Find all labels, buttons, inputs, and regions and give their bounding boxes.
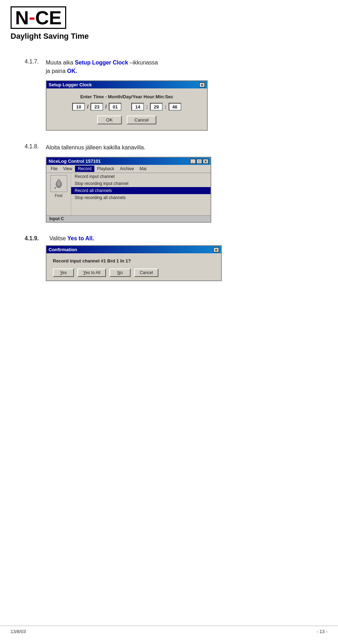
confirmation-no-button[interactable]: No	[109, 268, 131, 277]
setup-clock-title: Setup Logger Clock	[49, 82, 92, 87]
menu-view[interactable]: View	[60, 166, 75, 172]
confirmation-yes-to-all-button[interactable]: Yes to All	[77, 268, 106, 277]
section-419: 4.1.9. Valitse Yes to All. Confirmation …	[25, 235, 313, 281]
setup-clock-sec[interactable]: 46	[169, 103, 181, 111]
setup-clock-day[interactable]: 23	[90, 103, 103, 111]
setup-clock-min[interactable]: 29	[150, 103, 163, 111]
menu-record[interactable]: Record	[75, 166, 94, 172]
menu-file[interactable]: File	[48, 166, 60, 172]
toolbar-find-label: Find	[55, 193, 62, 198]
setup-clock-label: Enter Time - Month/Day/Year Hour:Min:Sec	[54, 94, 200, 99]
nicelog-titlebar: NiceLog Control 157101 _ □ ×	[46, 157, 211, 165]
nicelog-content: Find Record input channel Stop recording…	[46, 173, 211, 215]
nicelog-menubar: File View Record Playback Archive Mai	[46, 165, 211, 173]
dropdown-stop-recording-input[interactable]: Stop recording input channel	[71, 180, 211, 187]
sep4: :	[165, 104, 167, 110]
confirmation-body: Record input channel #1 Brd 1 In 1? Yes …	[46, 253, 221, 280]
section-418-text: Aloita tallennus jälleen kaikilla kanavi…	[46, 143, 145, 152]
logo-n: N	[15, 8, 29, 27]
setup-clock-close-button[interactable]: ×	[199, 82, 205, 87]
setup-clock-ok-button[interactable]: OK	[97, 116, 122, 124]
page-header: N - CE Daylight Saving Time	[0, 0, 338, 44]
section-417-highlight: Setup Logger Clock	[75, 60, 128, 66]
menu-archive[interactable]: Archive	[117, 166, 137, 172]
section-419-before: Valitse	[49, 235, 67, 241]
section-419-header: 4.1.9. Valitse Yes to All.	[25, 235, 313, 242]
toolbar-icon	[50, 175, 67, 192]
confirmation-title: Confirmation	[49, 247, 77, 252]
sep3: :	[146, 104, 148, 110]
main-content: 4.1.7. Muuta aika Setup Logger Clock –ik…	[0, 44, 338, 315]
page-footer: 13/8/03 - 13 -	[0, 626, 338, 637]
sep2: /	[105, 104, 107, 110]
confirmation-titlebar: Confirmation ×	[46, 246, 221, 253]
nicelog-maximize[interactable]: □	[196, 159, 202, 164]
nicelog-close[interactable]: ×	[203, 159, 208, 164]
nicelog-control-dialog: NiceLog Control 157101 _ □ × File View R…	[46, 157, 211, 223]
setup-clock-year[interactable]: 01	[109, 103, 121, 111]
section-417-ok: OK.	[67, 68, 77, 74]
logo-container: N - CE	[11, 6, 327, 29]
setup-clock-buttons: OK Cancel	[54, 116, 200, 124]
section-418-header: 4.1.8. Aloita tallennus jälleen kaikilla…	[25, 143, 313, 152]
svg-point-2	[58, 179, 60, 181]
setup-clock-hour[interactable]: 14	[131, 103, 144, 111]
nicelog-toolbar: Find	[46, 173, 71, 215]
confirmation-question: Record input channel #1 Brd 1 In 1?	[53, 258, 215, 264]
setup-clock-month[interactable]: 10	[72, 103, 85, 111]
confirmation-dialog: Confirmation × Record input channel #1 B…	[46, 245, 222, 281]
confirmation-close-button[interactable]: ×	[213, 247, 219, 252]
section-417-number: 4.1.7.	[25, 58, 46, 65]
confirmation-buttons: Yes Yes to All No Cancel	[53, 268, 215, 277]
confirmation-yes-button[interactable]: Yes	[53, 268, 74, 277]
nicelog-bottom-label: Input C	[49, 216, 64, 221]
section-419-highlight: Yes to All.	[67, 235, 94, 241]
section-417-text-before: Muuta aika	[46, 60, 75, 66]
footer-date: 13/8/03	[11, 629, 26, 634]
dropdown-record-all[interactable]: Record all channels	[71, 187, 211, 194]
footer-page: - 13 -	[317, 629, 327, 634]
dropdown-record-input[interactable]: Record input channel	[71, 173, 211, 180]
section-419-number: 4.1.9.	[25, 235, 46, 242]
sep1: /	[87, 104, 88, 110]
confirmation-cancel-button[interactable]: Cancel	[134, 268, 158, 277]
nicelog-title: NiceLog Control 157101	[49, 159, 101, 164]
section-417: 4.1.7. Muuta aika Setup Logger Clock –ik…	[25, 58, 313, 131]
section-418: 4.1.8. Aloita tallennus jälleen kaikilla…	[25, 143, 313, 223]
section-417-text: Muuta aika Setup Logger Clock –ikkunassa…	[46, 58, 158, 75]
section-417-header: 4.1.7. Muuta aika Setup Logger Clock –ik…	[25, 58, 313, 75]
logo-dash: -	[29, 7, 35, 26]
svg-point-4	[57, 181, 61, 186]
setup-clock-titlebar: Setup Logger Clock ×	[46, 81, 207, 88]
setup-clock-body: Enter Time - Month/Day/Year Hour:Min:Sec…	[46, 88, 207, 130]
dropdown-stop-recording-all[interactable]: Stop recording all channels	[71, 194, 211, 201]
menu-mai[interactable]: Mai	[137, 166, 149, 172]
setup-logger-clock-dialog: Setup Logger Clock × Enter Time - Month/…	[46, 80, 208, 131]
section-419-text: Valitse Yes to All.	[49, 235, 94, 242]
svg-line-3	[55, 187, 56, 189]
section-418-number: 4.1.8.	[25, 143, 46, 150]
nicelog-minimize[interactable]: _	[190, 159, 196, 164]
setup-clock-cancel-button[interactable]: Cancel	[127, 116, 156, 124]
nicelog-bottom-bar: Input C	[46, 215, 211, 222]
find-icon	[52, 177, 65, 190]
menu-playback[interactable]: Playback	[94, 166, 117, 172]
page-subtitle: Daylight Saving Time	[11, 32, 327, 41]
setup-clock-inputs: 10 / 23 / 01 14 : 29 : 46	[54, 103, 200, 111]
logo-ce: CE	[35, 8, 62, 27]
